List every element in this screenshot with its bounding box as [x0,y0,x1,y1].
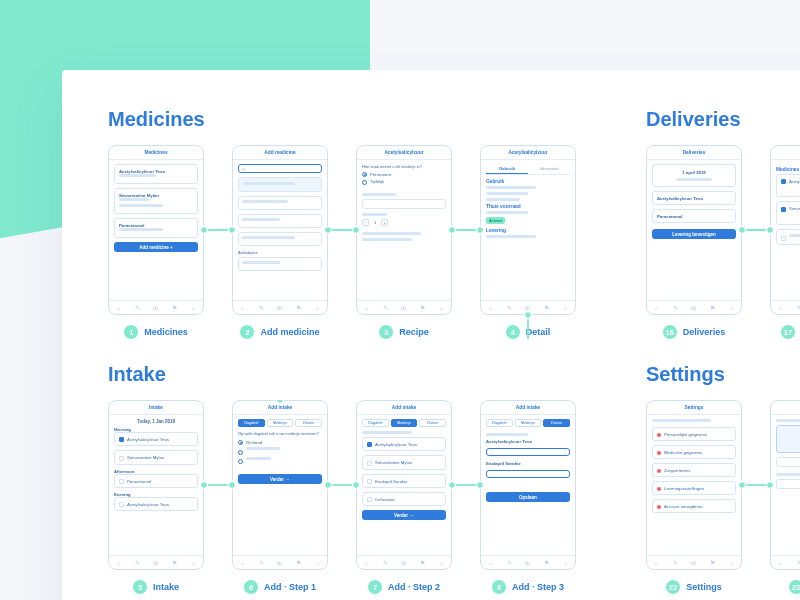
section-title-intake: Intake [108,363,576,386]
screenshot-add-step3[interactable]: Add intake DagdeelMedicijnDatum Acetylsa… [480,400,576,594]
save-button[interactable]: Opslaan [486,492,570,502]
screenshot-add-step1[interactable]: Add intake DagdeelMedicijnDatum Op welk … [232,400,328,594]
screen-header: Add medicine [233,146,327,160]
screenshot-recipe[interactable]: Acetylsalicylzuur Hoe vaak neemt u dit m… [356,145,452,339]
screen-header: Medicines [109,146,203,160]
radio-temporary[interactable] [362,180,367,185]
screenshot-medicines[interactable]: Medicines Acetylsalicylzuur Teva Simvast… [108,145,204,339]
confirm-delivery-button[interactable]: Levering bevestigen [652,229,736,239]
section-title-deliveries: Deliveries [646,108,800,131]
tab-bar: ⌂✎⊞⚑⌕ [109,300,203,314]
flow-canvas: Medicines Medicines [62,70,800,600]
radio-permanent[interactable] [362,172,367,177]
deliveries-flow-row: Deliveries 1 april 2019 Acetylsalicylzuu… [646,145,800,339]
fab-add-medicine[interactable]: Add medicine + [114,242,198,252]
next-button[interactable]: Verder → [238,474,322,484]
screenshot-detail[interactable]: Acetylsalicylzuur GebruikInformatie Gebr… [480,145,576,339]
screenshot-add-step2[interactable]: Add intake DagdeelMedicijnDatum Acetylsa… [356,400,452,594]
section-title-settings: Settings [646,363,800,386]
step-number: 1 [124,325,138,339]
step-label: Medicines [144,327,188,337]
search-input[interactable] [238,164,322,173]
screenshot-add-delivery[interactable]: Add delivery Medicines Acetylsalicylzuur… [770,145,800,339]
screenshot-personal[interactable]: Persoonlijke ⌂✎⊞⚑⌕ 23Personal [770,400,800,594]
settings-flow-row: Settings Persoonlijke gegevens Medische … [646,400,800,594]
screenshot-settings[interactable]: Settings Persoonlijke gegevens Medische … [646,400,742,594]
screenshot-deliveries[interactable]: Deliveries 1 april 2019 Acetylsalicylzuu… [646,145,742,339]
screenshot-intake[interactable]: Intake Today, 1 Jan 2019 Morning Acetyls… [108,400,204,594]
screenshot-add-medicine[interactable]: Add medicine Amlodipine ⌂✎⊞⚑⌕ 2Add me [232,145,328,339]
medicines-flow-row: Medicines Acetylsalicylzuur Teva Simvast… [108,145,576,339]
intake-flow-row: Intake Today, 1 Jan 2019 Morning Acetyls… [108,400,576,594]
status-tag: Actueel [486,217,505,224]
section-title-medicines: Medicines [108,108,576,131]
